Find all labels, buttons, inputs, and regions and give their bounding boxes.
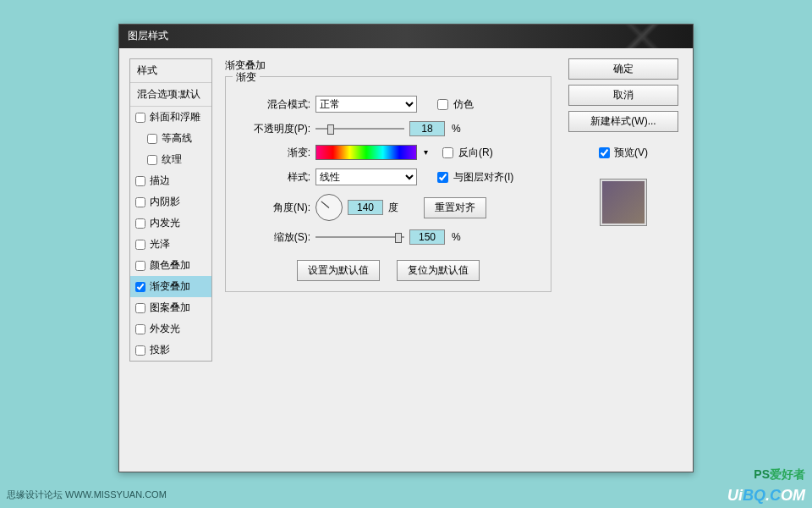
badge-ps: PS	[754, 467, 770, 481]
gradient-overlay-label: 渐变叠加	[150, 279, 190, 294]
ok-button[interactable]: 确定	[568, 58, 678, 80]
new-style-button[interactable]: 新建样式(W)...	[568, 111, 678, 132]
gradient-label: 渐变:	[236, 146, 310, 160]
logo-c: C	[770, 487, 781, 504]
opacity-input[interactable]	[409, 121, 445, 136]
blend-mode-row: 混合模式: 正常 仿色	[236, 96, 540, 113]
angle-label: 角度(N):	[236, 201, 310, 215]
footer-credit: 思缘设计论坛 WWW.MISSYUAN.COM	[7, 489, 167, 501]
sidebar-item-drop-shadow[interactable]: 投影	[130, 340, 211, 361]
sidebar-item-gradient-overlay[interactable]: 渐变叠加	[130, 276, 211, 297]
gradient-row: 渐变: 反向(R)	[236, 145, 540, 160]
align-checkbox[interactable]	[437, 172, 448, 183]
reset-align-button[interactable]: 重置对齐	[424, 197, 486, 218]
drop-shadow-checkbox[interactable]	[135, 345, 145, 356]
inner-glow-label: 内发光	[150, 216, 180, 230]
style-row: 样式: 线性 与图层对齐(I)	[236, 168, 540, 185]
blend-mode-label: 混合模式:	[236, 97, 310, 112]
sidebar-item-outer-glow[interactable]: 外发光	[130, 318, 211, 340]
reverse-checkbox[interactable]	[442, 147, 453, 158]
stroke-checkbox[interactable]	[135, 176, 145, 186]
layer-style-dialog: 图层样式 样式 混合选项:默认 斜面和浮雕 等高线 纹理 描边 内阴影 内发光 …	[118, 24, 694, 472]
inner-shadow-checkbox[interactable]	[135, 197, 145, 207]
gradient-overlay-checkbox[interactable]	[135, 282, 145, 292]
opacity-slider-thumb[interactable]	[327, 124, 334, 135]
dialog-content: 样式 混合选项:默认 斜面和浮雕 等高线 纹理 描边 内阴影 内发光 光泽 颜色…	[119, 48, 693, 472]
align-label: 与图层对齐(I)	[453, 170, 513, 185]
contour-label: 等高线	[162, 131, 192, 146]
sidebar-item-satin[interactable]: 光泽	[130, 234, 211, 255]
sidebar-header-styles[interactable]: 样式	[130, 59, 211, 83]
opacity-pct: %	[452, 123, 461, 135]
footer-logo: UiBQ.COM	[727, 487, 805, 505]
bevel-label: 斜面和浮雕	[150, 110, 200, 124]
sidebar-item-pattern-overlay[interactable]: 图案叠加	[130, 297, 211, 318]
group-title: 渐变叠加	[225, 58, 551, 73]
preview-label: 预览(V)	[614, 146, 648, 160]
logo-om: OM	[781, 487, 805, 504]
reset-default-button[interactable]: 复位为默认值	[397, 260, 480, 281]
satin-label: 光泽	[150, 237, 170, 251]
styles-sidebar: 样式 混合选项:默认 斜面和浮雕 等高线 纹理 描边 内阴影 内发光 光泽 颜色…	[129, 58, 212, 362]
scale-slider-thumb[interactable]	[395, 233, 402, 243]
preview-checkbox[interactable]	[599, 147, 610, 158]
scale-pct: %	[452, 231, 461, 243]
default-buttons-row: 设置为默认值 复位为默认值	[236, 260, 540, 281]
logo-bq: BQ	[743, 487, 765, 504]
gradient-picker[interactable]	[315, 145, 417, 160]
blend-mode-select[interactable]: 正常	[315, 96, 417, 113]
scale-input[interactable]	[409, 229, 445, 245]
style-select[interactable]: 线性	[315, 168, 417, 185]
cancel-button[interactable]: 取消	[568, 85, 678, 106]
bevel-checkbox[interactable]	[135, 113, 145, 123]
gradient-fieldset: 渐变 混合模式: 正常 仿色 不透明度(P):	[225, 76, 551, 292]
texture-checkbox[interactable]	[147, 155, 157, 165]
outer-glow-checkbox[interactable]	[135, 324, 145, 334]
pattern-overlay-checkbox[interactable]	[135, 303, 145, 313]
badge-txt: 爱好者	[770, 467, 805, 481]
dialog-title: 图层样式	[128, 30, 168, 41]
drop-shadow-label: 投影	[150, 343, 170, 357]
style-label: 样式:	[236, 170, 310, 185]
angle-dial[interactable]	[315, 194, 343, 221]
make-default-button[interactable]: 设置为默认值	[297, 260, 380, 281]
color-overlay-label: 颜色叠加	[150, 258, 190, 273]
texture-label: 纹理	[162, 152, 182, 167]
sidebar-item-inner-shadow[interactable]: 内阴影	[130, 191, 211, 213]
angle-unit: 度	[388, 201, 398, 215]
angle-input[interactable]	[348, 200, 383, 215]
footer-badge: PS爱好者	[754, 467, 805, 483]
dither-checkbox[interactable]	[437, 99, 448, 110]
main-panel: 渐变叠加 渐变 混合模式: 正常 仿色 不透明度(P):	[221, 58, 556, 461]
color-overlay-checkbox[interactable]	[135, 261, 145, 271]
sidebar-item-texture[interactable]: 纹理	[130, 149, 211, 170]
inner-shadow-label: 内阴影	[150, 195, 180, 209]
stroke-label: 描边	[150, 174, 170, 188]
scale-slider[interactable]	[315, 231, 404, 243]
inner-glow-checkbox[interactable]	[135, 218, 145, 229]
sidebar-header-blend[interactable]: 混合选项:默认	[130, 83, 211, 107]
pattern-overlay-label: 图案叠加	[150, 301, 190, 315]
logo-ui: Ui	[727, 487, 743, 504]
dither-label: 仿色	[453, 97, 474, 112]
outer-glow-label: 外发光	[150, 322, 180, 336]
preview-swatch	[600, 179, 647, 226]
contour-checkbox[interactable]	[147, 134, 157, 144]
titlebar[interactable]: 图层样式	[119, 25, 693, 48]
scale-label: 缩放(S):	[236, 230, 310, 245]
sidebar-item-stroke[interactable]: 描边	[130, 170, 211, 191]
reverse-label: 反向(R)	[458, 146, 493, 160]
opacity-row: 不透明度(P): %	[236, 121, 540, 136]
opacity-label: 不透明度(P):	[236, 122, 310, 136]
sidebar-item-inner-glow[interactable]: 内发光	[130, 213, 211, 234]
opacity-slider[interactable]	[315, 123, 404, 135]
preview-check-row: 预览(V)	[599, 146, 648, 160]
fieldset-legend: 渐变	[233, 70, 260, 85]
sidebar-item-bevel[interactable]: 斜面和浮雕	[130, 107, 211, 128]
angle-row: 角度(N): 度 重置对齐	[236, 194, 540, 221]
satin-checkbox[interactable]	[135, 240, 145, 250]
right-column: 确定 取消 新建样式(W)... 预览(V)	[564, 58, 683, 461]
scale-row: 缩放(S): %	[236, 229, 540, 245]
sidebar-item-contour[interactable]: 等高线	[130, 128, 211, 149]
sidebar-item-color-overlay[interactable]: 颜色叠加	[130, 255, 211, 276]
